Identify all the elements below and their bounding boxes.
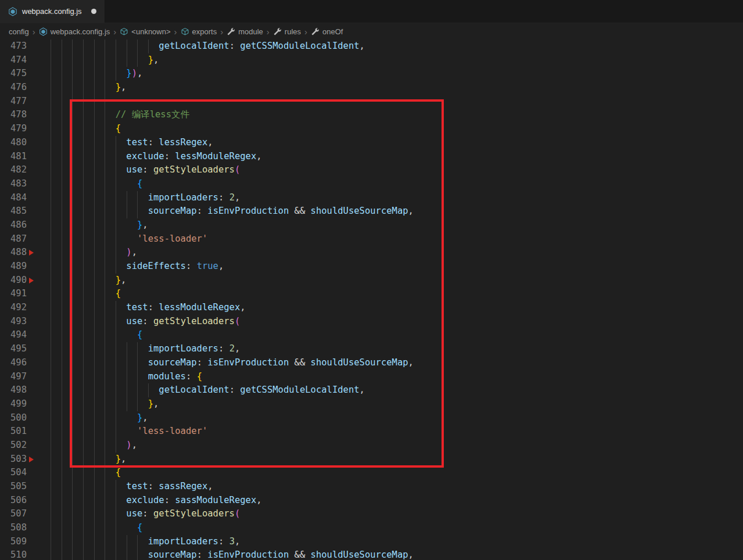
- code-line-text[interactable]: 'less-loader': [40, 232, 743, 246]
- tab-webpack-config[interactable]: webpack.config.js: [0, 0, 105, 23]
- code-line-text[interactable]: exclude: lessModuleRegex,: [40, 150, 743, 164]
- breadcrumb-item[interactable]: module: [227, 27, 263, 36]
- code-line-text[interactable]: },: [40, 218, 743, 232]
- line-number[interactable]: 497: [0, 370, 27, 384]
- line-number[interactable]: 507: [0, 507, 27, 521]
- code-line[interactable]: 474},: [0, 53, 743, 67]
- code-line[interactable]: 504{: [0, 466, 743, 480]
- code-line[interactable]: 484importLoaders: 2,: [0, 191, 743, 205]
- code-line-text[interactable]: },: [40, 274, 743, 288]
- line-number[interactable]: 481: [0, 150, 27, 164]
- code-line-text[interactable]: [40, 95, 743, 109]
- line-number[interactable]: 487: [0, 232, 27, 246]
- code-line-text[interactable]: {: [40, 328, 743, 342]
- code-line[interactable]: 477: [0, 95, 743, 109]
- code-line-text[interactable]: }),: [40, 67, 743, 81]
- code-line-text[interactable]: {: [40, 466, 743, 480]
- code-line-text[interactable]: importLoaders: 2,: [40, 191, 743, 205]
- line-number[interactable]: 491: [0, 287, 27, 301]
- breadcrumb-item[interactable]: oneOf: [311, 27, 343, 36]
- line-number[interactable]: 475: [0, 67, 27, 81]
- line-number[interactable]: 506: [0, 494, 27, 508]
- code-line-text[interactable]: use: getStyleLoaders(: [40, 507, 743, 521]
- line-number[interactable]: 484: [0, 191, 27, 205]
- code-line[interactable]: 496sourceMap: isEnvProduction && shouldU…: [0, 356, 743, 370]
- line-number[interactable]: 476: [0, 81, 27, 95]
- breadcrumb-item[interactable]: webpack.config.js: [39, 27, 110, 36]
- line-number[interactable]: 486: [0, 218, 27, 232]
- line-number[interactable]: 478: [0, 108, 27, 122]
- code-line[interactable]: 476},: [0, 81, 743, 95]
- line-number[interactable]: 508: [0, 521, 27, 535]
- line-number[interactable]: 483: [0, 177, 27, 191]
- code-line-text[interactable]: 'less-loader': [40, 425, 743, 439]
- breadcrumb-item[interactable]: <unknown>: [120, 27, 170, 36]
- code-line[interactable]: 507use: getStyleLoaders(: [0, 507, 743, 521]
- code-line-text[interactable]: {: [40, 177, 743, 191]
- code-line[interactable]: 486},: [0, 218, 743, 232]
- line-number[interactable]: 493: [0, 315, 27, 329]
- code-line-text[interactable]: test: lessRegex,: [40, 136, 743, 150]
- code-line[interactable]: 499},: [0, 397, 743, 411]
- line-number[interactable]: 504: [0, 466, 27, 480]
- line-number[interactable]: 474: [0, 53, 27, 67]
- code-line[interactable]: 509importLoaders: 3,: [0, 535, 743, 549]
- line-number[interactable]: 494: [0, 328, 27, 342]
- code-area[interactable]: 473getLocalIdent: getCSSModuleLocalIdent…: [0, 40, 743, 560]
- code-line-text[interactable]: modules: {: [40, 370, 743, 384]
- code-editor[interactable]: 473getLocalIdent: getCSSModuleLocalIdent…: [0, 40, 743, 560]
- code-line-text[interactable]: getLocalIdent: getCSSModuleLocalIdent,: [40, 40, 743, 53]
- line-number[interactable]: 501: [0, 425, 27, 439]
- code-line[interactable]: 500},: [0, 411, 743, 425]
- code-line[interactable]: 506exclude: sassModuleRegex,: [0, 494, 743, 508]
- code-line-text[interactable]: importLoaders: 2,: [40, 342, 743, 356]
- code-line-text[interactable]: },: [40, 53, 743, 67]
- code-line-text[interactable]: getLocalIdent: getCSSModuleLocalIdent,: [40, 383, 743, 397]
- code-line[interactable]: 501'less-loader': [0, 425, 743, 439]
- line-number[interactable]: 502: [0, 439, 27, 453]
- line-number[interactable]: 473: [0, 40, 27, 53]
- line-number[interactable]: 490: [0, 274, 27, 288]
- line-number[interactable]: 479: [0, 122, 27, 136]
- line-number[interactable]: 499: [0, 397, 27, 411]
- code-line[interactable]: 498getLocalIdent: getCSSModuleLocalIdent…: [0, 383, 743, 397]
- line-number[interactable]: 489: [0, 260, 27, 274]
- code-line[interactable]: 510sourceMap: isEnvProduction && shouldU…: [0, 548, 743, 560]
- line-number[interactable]: 495: [0, 342, 27, 356]
- line-number[interactable]: 492: [0, 301, 27, 315]
- line-number[interactable]: 477: [0, 95, 27, 109]
- line-number[interactable]: 503: [0, 453, 27, 466]
- line-number[interactable]: 485: [0, 204, 27, 218]
- code-line-text[interactable]: ),: [40, 246, 743, 260]
- code-line-text[interactable]: sourceMap: isEnvProduction && shouldUseS…: [40, 548, 743, 560]
- line-number[interactable]: 510: [0, 548, 27, 560]
- code-line-text[interactable]: },: [40, 81, 743, 95]
- code-line[interactable]: 478// 编译less文件: [0, 108, 743, 122]
- code-line[interactable]: 492test: lessModuleRegex,: [0, 301, 743, 315]
- modified-indicator-icon[interactable]: [91, 9, 96, 14]
- code-line-text[interactable]: // 编译less文件: [40, 108, 743, 122]
- code-line[interactable]: 482use: getStyleLoaders(: [0, 163, 743, 177]
- code-line[interactable]: 503},: [0, 453, 743, 466]
- code-line[interactable]: 494{: [0, 328, 743, 342]
- code-line-text[interactable]: test: sassRegex,: [40, 480, 743, 494]
- line-number[interactable]: 509: [0, 535, 27, 549]
- code-line[interactable]: 488),: [0, 246, 743, 260]
- breadcrumb-item[interactable]: config: [9, 27, 29, 36]
- line-number[interactable]: 480: [0, 136, 27, 150]
- code-line[interactable]: 490},: [0, 274, 743, 288]
- code-line-text[interactable]: },: [40, 411, 743, 425]
- line-number[interactable]: 500: [0, 411, 27, 425]
- code-line-text[interactable]: {: [40, 521, 743, 535]
- code-line-text[interactable]: },: [40, 453, 743, 466]
- code-line[interactable]: 502),: [0, 439, 743, 453]
- line-number[interactable]: 496: [0, 356, 27, 370]
- code-line-text[interactable]: sideEffects: true,: [40, 260, 743, 274]
- code-line-text[interactable]: use: getStyleLoaders(: [40, 315, 743, 329]
- code-line[interactable]: 487'less-loader': [0, 232, 743, 246]
- code-line[interactable]: 473getLocalIdent: getCSSModuleLocalIdent…: [0, 40, 743, 53]
- line-number[interactable]: 498: [0, 383, 27, 397]
- code-line[interactable]: 475}),: [0, 67, 743, 81]
- line-number[interactable]: 505: [0, 480, 27, 494]
- code-line-text[interactable]: {: [40, 122, 743, 136]
